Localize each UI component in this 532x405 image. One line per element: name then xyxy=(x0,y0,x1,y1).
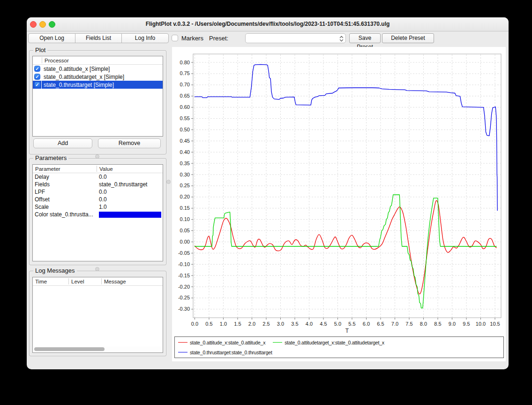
y-tick-label: 0.45 xyxy=(180,138,190,144)
parameters-groupbox-title: Parameters xyxy=(33,154,68,161)
series-path-1 xyxy=(195,195,497,308)
plot-groupbox-title: Plot xyxy=(33,46,47,53)
scrollbar-thumb[interactable] xyxy=(34,347,105,351)
plot-series-row[interactable]: ✓state_0.attitudetarget_x [Simple] xyxy=(33,73,163,81)
x-tick-label: 10.0 xyxy=(476,321,486,327)
parameters-table-header: Parameter Value xyxy=(33,165,163,173)
series-checkbox[interactable]: ✓ xyxy=(34,82,40,88)
series-checkbox[interactable]: ✓ xyxy=(34,74,40,80)
value-column-header: Value xyxy=(97,166,113,172)
time-column-header: Time xyxy=(33,279,68,284)
add-button[interactable]: Add xyxy=(33,138,92,148)
x-tick-label: 1.5 xyxy=(234,321,241,327)
param-row[interactable]: Delay0.0 xyxy=(33,173,163,181)
y-tick-label: 0.30 xyxy=(180,172,190,177)
x-tick-label: 7.0 xyxy=(391,321,398,327)
parameters-table[interactable]: Parameter Value Delay0.0Fieldsstate_0.th… xyxy=(32,164,163,261)
combo-stepper-icon[interactable] xyxy=(339,35,344,44)
param-name-cell: Color state_0.thrustta... xyxy=(33,211,97,218)
fields-list-button[interactable]: Fields List xyxy=(75,33,122,43)
y-tick-label: 0.00 xyxy=(180,239,190,245)
x-tick-label: 4.5 xyxy=(320,321,327,327)
legend-line-sample xyxy=(178,352,187,352)
markers-label: Markers xyxy=(181,33,203,43)
legend-line-sample xyxy=(178,342,187,343)
param-row[interactable]: Color state_0.thrustta... xyxy=(33,211,163,218)
legend-line-sample xyxy=(273,342,282,343)
log-info-button[interactable]: Log Info xyxy=(121,33,169,43)
preset-combobox[interactable] xyxy=(245,33,346,43)
x-tick-label: 9.0 xyxy=(449,321,456,327)
y-tick-label: 0.25 xyxy=(180,183,190,188)
x-tick-label: 6.0 xyxy=(363,321,370,327)
x-tick-label: 4.0 xyxy=(306,321,313,327)
y-tick-label: 0.70 xyxy=(180,82,190,87)
y-tick-label: 0.15 xyxy=(180,205,190,211)
log-messages-groupbox-title: Log Messages xyxy=(33,267,77,274)
plot-groupbox: Plot Processor ✓state_0.attitude_x [Simp… xyxy=(29,50,166,154)
plot-series-row[interactable]: ✓state_0.attitude_x [Simple] xyxy=(33,65,163,73)
y-tick-label: -0.15 xyxy=(178,273,190,278)
param-name-cell: Delay xyxy=(33,174,97,180)
x-tick-label: 0.0 xyxy=(191,321,198,327)
param-row[interactable]: Scale1.0 xyxy=(33,203,163,211)
parameter-column-header: Parameter xyxy=(33,166,97,172)
remove-button[interactable]: Remove xyxy=(98,138,161,148)
x-tick-label: 6.5 xyxy=(377,321,384,327)
plot-series-label: state_0.attitudetarget_x [Simple] xyxy=(42,74,124,80)
y-tick-label: -0.05 xyxy=(178,250,190,256)
param-row[interactable]: Offset0.0 xyxy=(33,196,163,203)
param-name-cell: Scale xyxy=(33,204,97,210)
processor-column-header: Processor xyxy=(42,58,69,63)
param-value-cell[interactable]: 0.0 xyxy=(97,189,163,195)
plot-table-header: Processor xyxy=(33,56,163,65)
minimize-window-button[interactable] xyxy=(39,21,46,28)
param-value-cell[interactable]: 0.0 xyxy=(97,174,163,180)
y-tick-label: -0.25 xyxy=(178,295,190,300)
x-tick-label: 8.0 xyxy=(420,321,427,327)
y-tick-label: 0.60 xyxy=(180,104,190,110)
legend-label: state_0.attitude_x:state_0.attitude_x xyxy=(190,340,265,345)
plot-series-row[interactable]: ✓state_0.thrusttarget [Simple] xyxy=(33,81,163,89)
open-log-button[interactable]: Open Log xyxy=(28,33,75,43)
titlebar: FlightPlot v.0.3.2 - /Users/oleg/Documen… xyxy=(27,17,509,31)
y-tick-label: 0.75 xyxy=(180,70,190,76)
x-tick-label: 9.5 xyxy=(463,321,470,327)
y-tick-label: 0.10 xyxy=(180,216,190,222)
x-axis-label: T xyxy=(345,328,349,334)
series-checkbox[interactable]: ✓ xyxy=(34,66,40,72)
x-tick-label: 5.5 xyxy=(348,321,355,327)
param-value-cell[interactable]: 1.0 xyxy=(97,204,163,210)
param-row[interactable]: LPF0.0 xyxy=(33,188,163,196)
y-tick-label: 0.40 xyxy=(180,149,190,155)
x-tick-label: 3.5 xyxy=(291,321,298,327)
x-tick-label: 0.5 xyxy=(205,321,212,327)
param-value-cell[interactable]: 0.0 xyxy=(97,196,163,203)
horizontal-scrollbar[interactable] xyxy=(33,346,162,352)
close-window-button[interactable] xyxy=(30,21,37,28)
param-name-cell: LPF xyxy=(33,189,97,195)
x-tick-label: 1.0 xyxy=(220,321,227,327)
log-messages-table[interactable]: Time Level Message xyxy=(32,277,163,353)
color-swatch[interactable] xyxy=(99,212,161,218)
param-value-cell[interactable]: state_0.thrusttarget xyxy=(97,181,163,188)
x-tick-label: 8.5 xyxy=(434,321,441,327)
flight-data-chart[interactable]: 0.800.750.700.650.600.550.500.450.400.35… xyxy=(172,47,506,334)
plot-series-table[interactable]: Processor ✓state_0.attitude_x [Simple]✓s… xyxy=(32,56,163,137)
legend-label: state_0.thrusttarget:state_0.thrusttarge… xyxy=(190,350,272,355)
markers-checkbox[interactable] xyxy=(172,35,178,41)
param-row[interactable]: Fieldsstate_0.thrusttarget xyxy=(33,181,163,188)
y-tick-label: 0.65 xyxy=(180,93,190,99)
zoom-window-button[interactable] xyxy=(49,21,55,28)
message-column-header: Message xyxy=(102,279,126,284)
param-value-cell[interactable] xyxy=(97,212,163,218)
legend-item: state_0.attitudetarget_x:state_0.attitud… xyxy=(273,340,384,345)
y-tick-label: 0.50 xyxy=(180,127,190,132)
chart-panel: 0.800.750.700.650.600.550.500.450.400.35… xyxy=(172,47,506,361)
save-preset-button[interactable]: Save Preset xyxy=(349,33,381,43)
vertical-splitter-grip[interactable] xyxy=(166,180,171,184)
delete-preset-button[interactable]: Delete Preset xyxy=(382,33,434,43)
plot-series-label: state_0.attitude_x [Simple] xyxy=(42,66,110,72)
chart-legend: state_0.attitude_x:state_0.attitude_xsta… xyxy=(174,336,504,358)
y-tick-label: -0.10 xyxy=(178,261,190,267)
